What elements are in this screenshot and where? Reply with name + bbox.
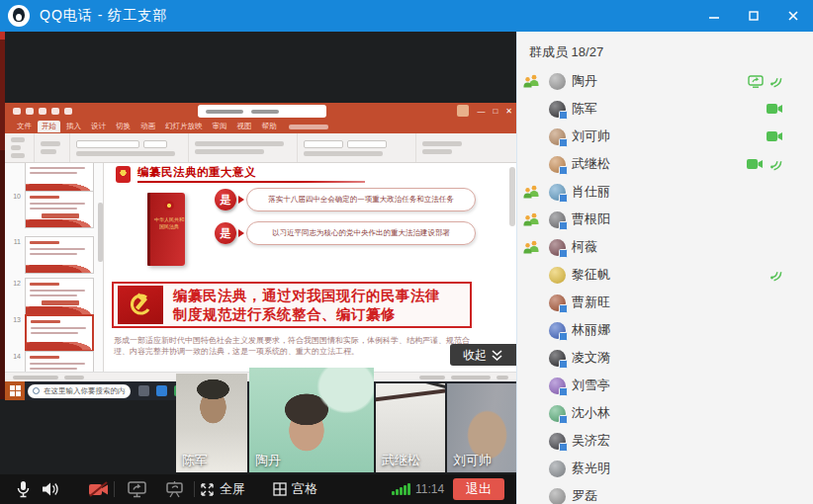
camera-on-icon xyxy=(747,158,764,170)
member-row[interactable]: 蔡光明 xyxy=(517,455,813,482)
member-row[interactable]: 柯薇 xyxy=(517,233,813,261)
video-tile[interactable]: 陶丹 xyxy=(249,368,374,472)
admin-role-icon xyxy=(523,240,540,255)
thumb-decor xyxy=(30,172,77,174)
avatar xyxy=(549,128,566,145)
grid-view-button[interactable]: 宫格 xyxy=(273,474,317,504)
ppt-tab-插入: 插入 xyxy=(62,121,85,132)
point-arrow-icon xyxy=(238,196,244,204)
slide-thumbnail-image xyxy=(25,191,94,228)
slide-thumbnail-13: 13 xyxy=(11,314,94,352)
slide-points: 是落实十八届四中全会确定的一项重大政治任务和立法任务是以习近平同志为核心的党中央… xyxy=(215,187,482,254)
speaker-button[interactable] xyxy=(36,474,65,504)
member-row[interactable]: 武继松 xyxy=(517,150,813,178)
exit-button[interactable]: 退出 xyxy=(453,478,504,500)
share-screen-button[interactable] xyxy=(121,474,152,504)
fullscreen-button[interactable]: 全屏 xyxy=(200,474,245,504)
avatar xyxy=(549,211,566,228)
member-status-icons xyxy=(769,269,783,282)
ppt-titlebar: —□✕ xyxy=(5,103,516,120)
close-button[interactable] xyxy=(773,0,813,32)
slide-thumbnail-image xyxy=(25,351,94,372)
taskbar-search-box: 在这里输入你要搜索的内容 xyxy=(28,384,131,398)
avatar xyxy=(549,101,566,118)
slide-number: 9 xyxy=(11,163,21,164)
ppt-ribbon xyxy=(5,133,516,163)
member-name: 陈军 xyxy=(572,100,597,118)
screen-sharing-icon xyxy=(748,75,764,88)
member-row[interactable]: 陶丹 xyxy=(517,67,813,95)
call-duration: 11:14 xyxy=(415,474,444,504)
ribbon-clipboard-group xyxy=(5,133,35,162)
member-row[interactable]: 曹根阳 xyxy=(517,206,813,233)
thumb-decor xyxy=(30,356,59,359)
member-name: 曹根阳 xyxy=(572,210,610,228)
call-toolbar: 全屏 宫格 11:14 退出 xyxy=(0,474,516,504)
camera-on-icon xyxy=(767,103,783,115)
whiteboard-button[interactable] xyxy=(158,474,190,504)
chevron-double-down-icon xyxy=(491,349,503,362)
member-row[interactable]: 曹新旺 xyxy=(517,289,813,316)
minimize-button[interactable] xyxy=(694,0,734,32)
member-row[interactable]: 刘雪亭 xyxy=(517,372,813,399)
member-name: 刘雪亭 xyxy=(572,377,610,394)
thumb-decor xyxy=(42,213,79,218)
ppt-scrollbar xyxy=(509,167,515,226)
point-bubble: 落实十八届四中全会确定的一项重大政治任务和立法任务 xyxy=(246,188,476,211)
video-name-label: 武继松 xyxy=(382,452,420,469)
slide-point: 是落实十八届四中全会确定的一项重大政治任务和立法任务 xyxy=(215,187,482,220)
member-row[interactable]: 林丽娜 xyxy=(517,316,813,344)
speaking-icon xyxy=(769,158,783,171)
member-name: 沈小林 xyxy=(572,404,610,422)
avatar xyxy=(549,73,566,90)
member-name: 曹新旺 xyxy=(572,294,610,311)
ppt-slide-thumbnails: 91011121314 xyxy=(5,163,104,372)
member-name: 凌文漪 xyxy=(572,349,610,367)
exit-label: 退出 xyxy=(466,480,492,498)
camera-off-button[interactable] xyxy=(83,474,115,504)
avatar xyxy=(549,405,566,422)
video-tile[interactable]: 武继松 xyxy=(376,383,445,472)
thumb-decor xyxy=(30,290,85,292)
member-status-icons xyxy=(748,75,783,88)
video-tile[interactable]: 陈军 xyxy=(176,374,247,472)
slide-thumbnail-10: 10 xyxy=(11,191,94,228)
member-row[interactable]: 陈军 xyxy=(517,95,813,123)
member-row[interactable]: 肖仕丽 xyxy=(517,178,813,206)
member-row[interactable]: 罗磊 xyxy=(517,482,813,504)
member-row[interactable]: 吴济宏 xyxy=(517,427,813,455)
point-bubble: 以习近平同志为核心的党中央作出的重大法治建设部署 xyxy=(246,221,476,245)
ppt-current-slide: 编纂民法典的重大意义 中华人民共和国民法典 是落实十八届四中全会确定的一项重大政… xyxy=(104,163,516,372)
task-view-icon xyxy=(138,385,149,396)
slide-title-underline xyxy=(137,181,365,183)
point-arrow-icon xyxy=(238,229,244,237)
member-row[interactable]: 黎征帆 xyxy=(517,261,813,289)
avatar xyxy=(549,267,566,284)
member-row[interactable]: 沈小林 xyxy=(517,399,813,427)
slide-number: 10 xyxy=(11,191,21,200)
fullscreen-label: 全屏 xyxy=(220,480,245,498)
ribbon-slides-group xyxy=(35,133,70,162)
point-text: 落实十八届四中全会确定的一项重大政治任务和立法任务 xyxy=(268,195,454,205)
maximize-button[interactable] xyxy=(734,0,773,32)
member-list: 陶丹陈军刘可帅武继松肖仕丽曹根阳柯薇黎征帆曹新旺林丽娜凌文漪刘雪亭沈小林吴济宏蔡… xyxy=(517,67,813,504)
microphone-button[interactable] xyxy=(8,474,38,504)
member-status-icons xyxy=(767,130,783,142)
admin-role-icon xyxy=(523,185,540,200)
ppt-tab-视图: 视图 xyxy=(233,121,256,132)
ppt-tell-me-hint xyxy=(289,125,328,129)
thumb-decor xyxy=(30,167,85,169)
video-name-label: 陈军 xyxy=(182,452,208,469)
slide-thumbnail-14: 14 xyxy=(11,351,94,372)
member-row[interactable]: 凌文漪 xyxy=(517,344,813,372)
video-tile[interactable]: 刘可帅 xyxy=(447,383,516,472)
ppt-ribbon-tabs: 文件开始插入设计切换动画幻灯片放映审阅视图帮助 xyxy=(5,120,516,133)
camera-on-icon xyxy=(767,130,783,142)
avatar xyxy=(549,433,566,450)
ppt-tab-审阅: 审阅 xyxy=(209,121,231,132)
video-name-label: 刘可帅 xyxy=(453,452,492,469)
party-emblem-icon xyxy=(118,286,163,324)
member-count-header: 群成员 18/27 xyxy=(517,32,813,67)
member-row[interactable]: 刘可帅 xyxy=(517,123,813,150)
collapse-button[interactable]: 收起 xyxy=(450,344,516,366)
